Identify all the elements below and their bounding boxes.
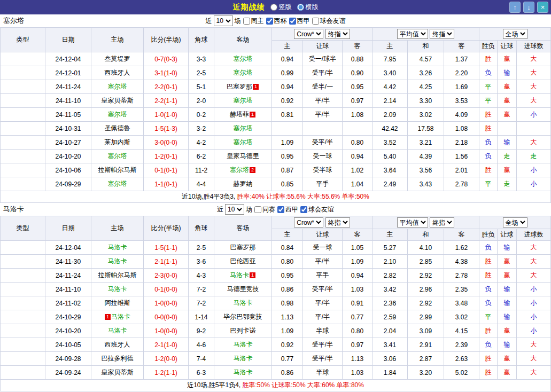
filter-checkbox-0[interactable]: 同赛 bbox=[254, 205, 275, 214]
europe-source-select[interactable]: 平均值 bbox=[397, 29, 428, 39]
filter-checkbox-1[interactable]: 西杯 bbox=[266, 17, 287, 26]
result-cell: 输 bbox=[498, 283, 517, 296]
team-name-link[interactable]: 巴列卡诺 bbox=[230, 327, 256, 334]
match-count-select[interactable]: 10 bbox=[214, 15, 233, 26]
team-name-link[interactable]: 皇家贝蒂斯 bbox=[102, 369, 134, 376]
team-name-link[interactable]: 塞尔塔 bbox=[230, 166, 249, 174]
team-name-link[interactable]: 塞尔塔 bbox=[234, 97, 253, 104]
team-name-link[interactable]: 马洛卡 bbox=[108, 244, 127, 251]
filter-checkbox-input[interactable] bbox=[300, 206, 307, 213]
scope-select[interactable]: 全场 bbox=[503, 217, 527, 228]
europe-odds-cell: 7.95 bbox=[372, 52, 408, 66]
handicap-time-select[interactable]: 终指 bbox=[325, 29, 350, 39]
filter-checkbox-3[interactable]: 球会友谊 bbox=[312, 17, 346, 26]
sub-col-header: 客 bbox=[444, 41, 479, 52]
team-name-link[interactable]: 马洛卡 bbox=[234, 369, 253, 376]
layout-radio-vertical[interactable]: 竖版 bbox=[270, 3, 292, 12]
away-team-cell: 赫塔菲1 bbox=[214, 108, 272, 122]
team-name-link[interactable]: 巴拉多利德 bbox=[102, 355, 134, 362]
team-name-link[interactable]: 拉斯帕尔马斯 bbox=[98, 166, 137, 174]
team-name-link[interactable]: 马洛卡 bbox=[108, 257, 127, 265]
date-cell: 24-10-05 bbox=[45, 338, 91, 352]
handicap-odds-cell: 0.94 bbox=[272, 52, 303, 66]
filter-checkbox-input[interactable] bbox=[266, 18, 273, 25]
filter-checkbox-2[interactable]: 西甲 bbox=[289, 17, 310, 26]
team-name-link[interactable]: 西班牙人 bbox=[105, 69, 130, 76]
result-cell: 小 bbox=[517, 296, 551, 310]
team-name-link[interactable]: 毕尔巴鄂竞技 bbox=[224, 313, 262, 320]
team-name-link[interactable]: 皇家贝蒂斯 bbox=[102, 97, 134, 104]
close-button[interactable]: × bbox=[537, 2, 548, 13]
team-name-link[interactable]: 马洛卡 bbox=[234, 299, 253, 307]
home-team-cell: 皇家贝蒂斯 bbox=[91, 366, 144, 380]
europe-odds-cell: 4.42 bbox=[372, 80, 408, 94]
europe-time-select[interactable]: 终指 bbox=[430, 217, 454, 228]
team-name-link[interactable]: 马洛卡 bbox=[234, 355, 253, 362]
team-name-link[interactable]: 皇家马德里 bbox=[227, 152, 259, 160]
scroll-down-button[interactable]: ↓ bbox=[523, 2, 534, 13]
team-name-link[interactable]: 塞尔塔 bbox=[234, 124, 253, 132]
handicap-odds-cell: 受半球 bbox=[303, 163, 343, 177]
team-name-link[interactable]: 叁莫堤罗 bbox=[105, 55, 130, 62]
date-cell: 24-11-24 bbox=[45, 269, 91, 283]
team-name-link[interactable]: 西班牙人 bbox=[105, 341, 130, 348]
competition-cell: 西甲 bbox=[1, 66, 45, 80]
team-name-link[interactable]: 赫罗纳 bbox=[234, 180, 253, 187]
col-header: 类型 bbox=[1, 28, 45, 52]
team-name-link[interactable]: 拉斯帕尔马斯 bbox=[98, 271, 137, 279]
handicap-time-select[interactable]: 终指 bbox=[325, 217, 350, 228]
filter-checkbox-0[interactable]: 同主 bbox=[243, 17, 264, 26]
sub-col-header: 客 bbox=[444, 229, 479, 241]
corners-cell: 0-2 bbox=[189, 108, 214, 122]
horizontal-radio-input[interactable] bbox=[297, 4, 304, 11]
team-name-link[interactable]: 巴塞罗那 bbox=[227, 83, 252, 90]
scope-select[interactable]: 全场 bbox=[503, 29, 527, 39]
vertical-radio-input[interactable] bbox=[270, 4, 277, 11]
handicap-odds-cell: 0.77 bbox=[343, 310, 372, 324]
page-title: 近期战绩 bbox=[233, 3, 265, 12]
filter-checkbox-input[interactable] bbox=[312, 18, 319, 25]
bookmaker-select[interactable]: Crow* bbox=[294, 217, 323, 228]
bookmaker-select[interactable]: Crow* bbox=[294, 29, 323, 39]
team-name-link[interactable]: 巴塞罗那 bbox=[230, 244, 256, 251]
filter-checkbox-input[interactable] bbox=[289, 18, 296, 25]
match-count-select[interactable]: 10 bbox=[225, 204, 244, 215]
filter-checkbox-input[interactable] bbox=[277, 206, 284, 213]
europe-source-select[interactable]: 平均值 bbox=[397, 217, 428, 228]
team-name-link[interactable]: 塞尔塔 bbox=[108, 111, 127, 118]
team-name-link[interactable]: 巴伦西亚 bbox=[230, 257, 256, 265]
sub-col-header: 让球 bbox=[303, 41, 343, 52]
layout-radio-horizontal[interactable]: 横版 bbox=[297, 3, 319, 12]
filter-checkbox-1[interactable]: 西甲 bbox=[277, 205, 298, 214]
team-name-link[interactable]: 马洛卡 bbox=[108, 285, 127, 293]
europe-odds-cell: 2.35 bbox=[444, 283, 479, 296]
filter-checkbox-input[interactable] bbox=[254, 206, 261, 213]
team-name-link[interactable]: 圣佩德鲁 bbox=[105, 124, 130, 132]
team-name-link[interactable]: 莱加内斯 bbox=[105, 138, 130, 146]
sub-col-header: 让球 bbox=[498, 41, 517, 52]
team-name-link[interactable]: 马洛卡 bbox=[111, 313, 130, 320]
team-name-link[interactable]: 马洛卡 bbox=[234, 341, 253, 348]
team-name-link[interactable]: 阿拉维斯 bbox=[105, 299, 130, 307]
team-name-link[interactable]: 塞尔塔 bbox=[234, 138, 253, 146]
team-name-link[interactable]: 塞尔塔 bbox=[108, 83, 127, 90]
europe-time-select[interactable]: 终指 bbox=[430, 29, 454, 39]
titlebar-center: 近期战绩 竖版 横版 bbox=[0, 3, 551, 12]
filter-checkbox-2[interactable]: 球会友谊 bbox=[300, 205, 334, 214]
score-cell: 2-1(1-1) bbox=[144, 255, 189, 269]
corners-cell: 7-4 bbox=[189, 352, 214, 366]
team-section-1: 马洛卡近10场同赛西甲球会友谊类型日期主场比分(半场)角球客场Crow* 终指平… bbox=[0, 203, 551, 391]
team-name-link[interactable]: 塞尔塔 bbox=[108, 152, 127, 160]
scroll-up-button[interactable]: ↑ bbox=[509, 2, 521, 13]
handicap-odds-cell: 0.84 bbox=[272, 241, 303, 255]
team-name-link[interactable]: 塞尔塔 bbox=[234, 55, 253, 62]
competition-cell: 西甲 bbox=[1, 80, 45, 94]
team-name-link[interactable]: 马洛卡 bbox=[108, 327, 127, 334]
filter-checkbox-input[interactable] bbox=[243, 18, 250, 25]
team-name-link[interactable]: 塞尔塔 bbox=[108, 180, 127, 187]
match-row: 西甲24-10-291马洛卡0-0(0-0)1-14毕尔巴鄂竞技1.13平/半0… bbox=[1, 310, 551, 324]
team-name-link[interactable]: 塞尔塔 bbox=[234, 69, 253, 76]
team-name-link[interactable]: 马德里竞技 bbox=[227, 285, 259, 293]
team-name-link[interactable]: 马洛卡 bbox=[230, 271, 249, 279]
team-name-link[interactable]: 赫塔菲 bbox=[230, 111, 249, 118]
